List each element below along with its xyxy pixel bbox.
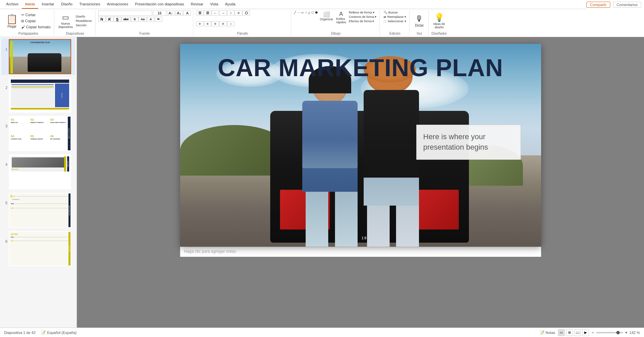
zoom-slider[interactable] <box>596 332 623 333</box>
bold-button[interactable]: N <box>98 17 106 22</box>
smartart-button[interactable]: ⬡ <box>243 10 250 16</box>
slide-title[interactable]: CAR MARKETING PLAN <box>218 54 503 82</box>
decrease-font-button[interactable]: A↓ <box>175 10 183 16</box>
italic-button[interactable]: K <box>106 17 113 22</box>
slide-thumb-2[interactable]: 2 CONTENTS <box>1 77 75 113</box>
ideas-button[interactable]: 💡 Ideas de diseño <box>432 12 447 30</box>
share-button[interactable]: Compartir <box>586 2 610 8</box>
estilos-rapidos-button[interactable]: A Estilosrápidos <box>335 10 347 25</box>
font-highlight-button[interactable]: ✏ <box>155 17 162 22</box>
organizar-button[interactable]: ⬜ Organizar <box>318 10 335 22</box>
bullets-button[interactable]: ☰ <box>196 10 203 16</box>
slide-image-2[interactable]: CONTENTS <box>9 78 71 113</box>
tab-vista[interactable]: Vista <box>207 0 222 9</box>
group-fuente: A↑ A↓ A N K S abc S Aa A ✏ Fuente <box>96 10 194 35</box>
new-slide-button[interactable]: ▭ Nueva diapositiva <box>57 12 74 29</box>
tab-ayuda[interactable]: Ayuda <box>222 0 239 9</box>
slide-thumb-1[interactable]: 1 CAR MARKETING PLAN <box>1 38 75 75</box>
decrease-indent-button[interactable]: ← <box>212 10 219 16</box>
cut-icon: ✂ <box>21 13 24 17</box>
copy-button[interactable]: ⧉ Copiar <box>20 18 52 24</box>
slide-image-3[interactable]: 01 ABOUT US 02 MARKET STRATEGY 03 GOALS … <box>9 116 71 151</box>
copy-icon: ⧉ <box>21 19 24 23</box>
slide-image-1[interactable]: CAR MARKETING PLAN <box>9 39 71 74</box>
comments-button[interactable]: Comentarios <box>613 2 641 8</box>
slide-thumb-3[interactable]: 3 01 ABOUT US 02 MARKET STRATEGY 03 <box>1 115 75 152</box>
notes-area[interactable]: Haga clic para agregar notas <box>180 247 541 257</box>
efectos-button[interactable]: Efectos de forma ▾ <box>348 19 378 23</box>
font-size-input[interactable] <box>153 10 166 16</box>
slide-canvas[interactable]: 182 JX <box>180 44 541 247</box>
tab-transiciones[interactable]: Transiciones <box>76 0 104 9</box>
slide-image-4[interactable]: MERCURY BRAND INFO <box>9 154 71 189</box>
slide-thumb-6[interactable]: 6 SATURN 2012 2018 MIL <box>1 231 75 267</box>
language-indicator: 📝 Español (España) <box>41 330 77 335</box>
reading-view-button[interactable]: 📖 <box>574 329 581 336</box>
notes-placeholder: Haga clic para agregar notas <box>184 249 236 254</box>
ideas-label: Ideas de diseño <box>433 22 445 29</box>
justify-button[interactable]: ≡ <box>219 21 227 26</box>
zoom-out-button[interactable]: − <box>592 330 594 335</box>
strikethrough-button[interactable]: abc <box>121 17 131 22</box>
reset-button[interactable]: Restablecer <box>75 19 93 23</box>
shape-tool-2[interactable]: ⬢ <box>315 10 318 14</box>
font-name-input[interactable] <box>98 10 152 16</box>
triangle-tool[interactable]: △ <box>308 10 311 14</box>
tab-inicio[interactable]: Inicio <box>22 0 38 9</box>
design-button[interactable]: Diseño <box>75 14 93 19</box>
line-spacing-button[interactable]: ↕ <box>227 21 234 26</box>
copy-label: Copiar <box>25 19 36 23</box>
shape-tool-1[interactable]: ⬡ <box>311 10 314 14</box>
underline-button[interactable]: S <box>114 17 121 22</box>
group-diapositivas: ▭ Nueva diapositiva Diseño Restablecer S… <box>55 10 95 35</box>
paste-label: Pegar <box>7 25 17 28</box>
numbering-button[interactable]: ☰ <box>204 10 211 16</box>
rect-tool[interactable]: ▭ <box>301 10 304 14</box>
slideshow-button[interactable]: ▶ <box>582 329 589 336</box>
buscar-button[interactable]: 🔍 Buscar <box>383 10 399 14</box>
cut-button[interactable]: ✂ Cortar <box>20 12 52 18</box>
contorno-button[interactable]: Contorno de forma ▾ <box>348 15 378 19</box>
align-center-button[interactable]: ≡ <box>204 21 211 26</box>
slide-image-6[interactable]: SATURN 2012 2018 MILESTONES <box>9 231 71 266</box>
spacing-button[interactable]: Aa <box>139 17 147 22</box>
slide-panel[interactable]: 1 CAR MARKETING PLAN 2 <box>0 37 77 328</box>
section-button[interactable]: Sección <box>75 23 93 27</box>
tab-insertar[interactable]: Insertar <box>38 0 57 9</box>
normal-view-button[interactable]: ▭ <box>558 329 565 336</box>
format-paint-button[interactable]: 🖌 Copiar formato <box>20 24 52 30</box>
presentation-textbox-content: Here is where your presentation begins <box>423 132 488 151</box>
zoom-in-button[interactable]: + <box>625 330 627 335</box>
ribbon-body: 📋 Pegar ✂ Cortar ⧉ Copiar 🖌 Copiar forma… <box>0 9 644 37</box>
font-color-button[interactable]: A <box>147 17 155 22</box>
align-left-button[interactable]: ≡ <box>196 21 203 26</box>
slide-image-5[interactable]: 2005 Something here... 2008 2010 <box>9 193 71 228</box>
align-text-button[interactable]: ≡ <box>235 10 242 16</box>
dictar-label: Dictar <box>415 24 424 27</box>
notes-toggle-button[interactable]: 📝 Notas <box>540 330 555 335</box>
tab-revisar[interactable]: Revisar <box>187 0 206 9</box>
align-right-button[interactable]: ≡ <box>212 21 219 26</box>
increase-font-button[interactable]: A↑ <box>167 10 175 16</box>
increase-indent-button[interactable]: → <box>219 10 227 16</box>
tab-archivo[interactable]: Archivo <box>3 0 22 9</box>
line-tool[interactable]: ╱ <box>294 10 296 14</box>
relleno-button[interactable]: Relleno de forma ▾ <box>348 10 378 14</box>
shadow-button[interactable]: S <box>131 17 138 22</box>
seleccionar-button[interactable]: ⬚ Seleccionar ▾ <box>383 19 407 23</box>
text-direction-button[interactable]: ↕ <box>227 10 234 16</box>
arrow-tool[interactable]: → <box>297 10 300 14</box>
tab-presentacion[interactable]: Presentación con diapositivas <box>132 0 188 9</box>
dictar-button[interactable]: 🎙 Dictar <box>414 13 425 28</box>
circle-tool[interactable]: ○ <box>305 10 307 14</box>
tab-animaciones[interactable]: Animaciones <box>104 0 132 9</box>
section-label: Sección <box>76 24 87 27</box>
tab-diseno[interactable]: Diseño <box>58 0 76 9</box>
paste-button[interactable]: 📋 Pegar <box>5 13 19 29</box>
slide-sorter-button[interactable]: ⊞ <box>566 329 573 336</box>
slide-thumb-4[interactable]: 4 MERCURY BRAND INFO <box>1 154 75 190</box>
slide-thumb-5[interactable]: 5 2005 Something here... 2008 <box>1 192 75 228</box>
reemplazar-button[interactable]: ⇄ Reemplazar ▾ <box>383 15 407 19</box>
clear-format-button[interactable]: A <box>184 10 191 16</box>
presentation-textbox[interactable]: Here is where your presentation begins <box>416 125 521 160</box>
